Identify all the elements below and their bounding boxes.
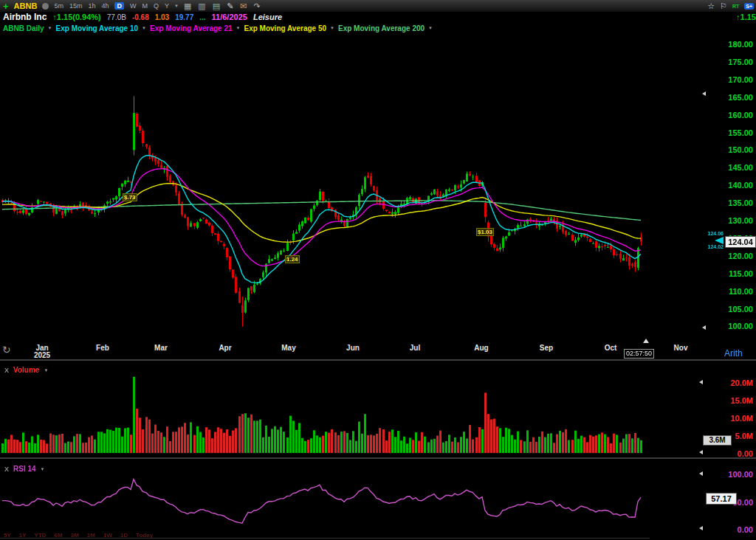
range-shortcuts: 5Y1YYTD6M3M1M1W1DToday	[4, 532, 153, 539]
change-value: ↑1.15(0.94%)	[52, 13, 100, 21]
indicator-label-1[interactable]: Exp Moving Average 21	[150, 24, 233, 32]
volume-zero-marker-icon	[699, 450, 703, 454]
chevron-down-icon[interactable]: ▼	[41, 467, 45, 471]
symbol-pin-icon	[42, 3, 49, 10]
range-button-3m[interactable]: 3M	[71, 532, 79, 539]
chevron-down-icon[interactable]: ▼	[44, 368, 48, 373]
last-price-arrow-icon	[715, 237, 724, 244]
chart-style-icon[interactable]: ▥	[198, 2, 205, 10]
chevron-down-icon[interactable]: ▼	[142, 26, 146, 30]
quote-date: 11/6/2025	[212, 13, 247, 21]
chevron-down-icon[interactable]: ▼	[428, 26, 433, 30]
scale-type-button[interactable]: Arith	[724, 348, 743, 359]
rsi-panel-header: X RSI 14 ▼	[4, 465, 45, 473]
indicator-row: ABNB Daily ▼ Exp Moving Average 10▼Exp M…	[0, 23, 756, 33]
last-price-box: 124.04	[725, 236, 756, 248]
realtime-badge: RT	[732, 4, 739, 9]
period-high-marker-icon	[702, 91, 706, 96]
series-selector[interactable]: ABNB Daily	[3, 24, 44, 32]
change-value-right: ↑1.15	[736, 13, 756, 21]
current-bar-marker-icon	[643, 339, 649, 343]
timeframe-Q[interactable]: Q	[154, 2, 159, 10]
price-tick: 130.00	[709, 216, 753, 225]
price-tick: 180.00	[709, 40, 753, 49]
volume-title[interactable]: Volume	[13, 366, 39, 374]
indicator-label-0[interactable]: Exp Moving Average 10	[56, 24, 139, 32]
price-tick: 150.00	[709, 145, 753, 154]
bar-countdown-timer: 02:57:50	[624, 349, 654, 359]
add-symbol-icon[interactable]: +	[3, 1, 9, 11]
range-button-1w[interactable]: 1W	[103, 532, 112, 539]
interval-config-icon[interactable]: ▦	[184, 2, 191, 10]
market-cap: 77.0B	[107, 13, 126, 21]
range-button-6m[interactable]: 6M	[55, 532, 63, 539]
price-tick: 100.00	[709, 322, 753, 330]
range-button-1d[interactable]: 1D	[120, 532, 128, 539]
flag-icon[interactable]: ⚐	[720, 1, 727, 11]
range-button-1y[interactable]: 1Y	[19, 532, 27, 539]
event-label: $.73	[123, 193, 137, 201]
indicator-list: Exp Moving Average 10▼Exp Moving Average…	[56, 24, 433, 32]
price-tick: 165.00	[709, 93, 753, 102]
price-tick: 120.00	[709, 252, 753, 260]
symbol-label[interactable]: ABNB	[14, 1, 38, 10]
ask-label: 124.06	[697, 231, 724, 236]
price-chart[interactable]	[0, 34, 709, 341]
event-label: 1.24	[285, 255, 300, 263]
panel-divider[interactable]	[0, 457, 756, 459]
price-tick: 145.00	[709, 163, 753, 172]
panel-divider[interactable]	[0, 359, 756, 361]
stream-badge[interactable]: S+	[744, 3, 754, 10]
volume-chart[interactable]	[0, 361, 709, 457]
timeframe-W[interactable]: W	[130, 2, 137, 10]
chevron-down-icon[interactable]: ▼	[236, 26, 241, 30]
company-name: Airbnb Inc	[3, 12, 47, 22]
stat-orange: 1.03	[155, 13, 169, 21]
range-button-5y[interactable]: 5Y	[4, 532, 11, 539]
timeframe-15m[interactable]: 15m	[69, 2, 83, 10]
timeframe-4h[interactable]: 4h	[101, 2, 109, 10]
timeframe-5m[interactable]: 5m	[54, 2, 63, 10]
range-button-today[interactable]: Today	[136, 532, 153, 539]
note-icon[interactable]: ✉	[240, 2, 247, 10]
price-tick: 110.00	[709, 287, 753, 296]
volume-panel-header: X Volume ▼	[4, 366, 48, 374]
quote-row: Airbnb Inc ↑1.15(0.94%) 77.0B -0.68 1.03…	[0, 12, 756, 22]
month-tick-oct: Oct	[596, 344, 625, 352]
price-tick: 140.00	[709, 181, 753, 190]
favorite-star-icon[interactable]: ☆	[707, 1, 715, 11]
share-icon[interactable]: ↷	[254, 2, 261, 10]
close-volume-button[interactable]: X	[4, 367, 9, 374]
period-low-marker-icon	[702, 325, 706, 330]
price-tick: 105.00	[709, 305, 753, 314]
month-tick-sep: Sep	[532, 344, 561, 352]
indicator-label-3[interactable]: Exp Moving Average 200	[338, 24, 425, 32]
volume-tick: 20.0M	[709, 378, 753, 387]
timeframe-dropdown-icon[interactable]: ▼	[174, 4, 179, 8]
month-tick-jun: Jun	[338, 344, 368, 352]
month-tick-feb: Feb	[88, 344, 117, 352]
toolbar-icons: ▦▥▤✎✉↷	[184, 2, 261, 10]
chevron-down-icon[interactable]: ▼	[48, 26, 52, 30]
range-button-ytd[interactable]: YTD	[35, 532, 47, 539]
indicator-label-2[interactable]: Exp Moving Average 50	[244, 24, 327, 32]
timeframe-Y[interactable]: Y	[165, 2, 169, 10]
timeframe-buttons: 5m15m1h4hDWMQY	[54, 2, 169, 10]
current-volume-box: 3.6M	[703, 435, 732, 446]
bid-label: 124.02	[697, 244, 724, 249]
range-button-1m[interactable]: 1M	[87, 532, 95, 539]
trading-chart-window: + ABNB 5m15m1h4hDWMQY ▼ ▦▥▤✎✉↷ ☆ ⚐ RT S+…	[0, 0, 756, 540]
chevron-down-icon[interactable]: ▼	[330, 26, 334, 30]
close-rsi-button[interactable]: X	[4, 465, 9, 473]
volume-tick: 10.0M	[709, 414, 753, 423]
refresh-icon[interactable]: ↻	[2, 344, 11, 356]
rsi-chart[interactable]	[0, 459, 709, 539]
draw-pencil-icon[interactable]: ✎	[227, 2, 233, 10]
rsi-title[interactable]: RSI 14	[13, 465, 36, 473]
timeframe-D[interactable]: D	[114, 2, 124, 10]
quote-grid-icon[interactable]: ▤	[213, 2, 220, 10]
timeframe-1h[interactable]: 1h	[88, 2, 95, 10]
rsi-max-marker-icon	[699, 471, 703, 476]
month-tick-may: May	[274, 344, 303, 352]
timeframe-M[interactable]: M	[142, 2, 148, 10]
